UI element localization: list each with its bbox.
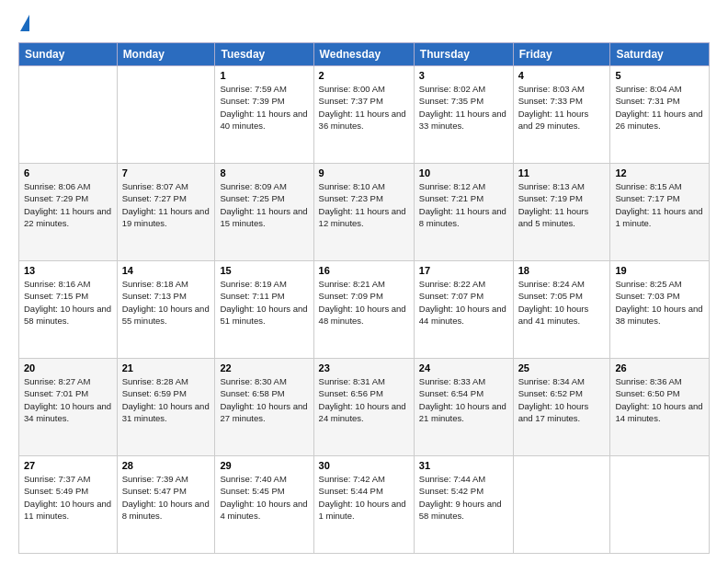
- day-number: 2: [319, 70, 409, 81]
- day-number: 22: [220, 362, 308, 373]
- day-info: Sunrise: 8:07 AM Sunset: 7:27 PM Dayligh…: [122, 180, 210, 229]
- day-number: 24: [419, 362, 508, 373]
- weekday-header-tuesday: Tuesday: [215, 43, 313, 66]
- day-number: 31: [419, 460, 508, 471]
- calendar-cell: 25Sunrise: 8:34 AM Sunset: 6:52 PM Dayli…: [513, 359, 610, 456]
- day-info: Sunrise: 8:03 AM Sunset: 7:33 PM Dayligh…: [518, 83, 606, 132]
- day-number: 21: [122, 362, 210, 373]
- day-info: Sunrise: 8:09 AM Sunset: 7:25 PM Dayligh…: [220, 180, 308, 229]
- day-info: Sunrise: 8:27 AM Sunset: 7:01 PM Dayligh…: [24, 375, 112, 424]
- calendar-cell: 9Sunrise: 8:10 AM Sunset: 7:23 PM Daylig…: [313, 164, 414, 261]
- calendar-cell: 12Sunrise: 8:15 AM Sunset: 7:17 PM Dayli…: [610, 164, 710, 261]
- calendar-cell: 23Sunrise: 8:31 AM Sunset: 6:56 PM Dayli…: [313, 359, 414, 456]
- day-number: 19: [615, 265, 704, 276]
- calendar-cell: 31Sunrise: 7:44 AM Sunset: 5:42 PM Dayli…: [414, 456, 513, 554]
- calendar-cell: 5Sunrise: 8:04 AM Sunset: 7:31 PM Daylig…: [610, 66, 710, 164]
- calendar-cell: 2Sunrise: 8:00 AM Sunset: 7:37 PM Daylig…: [313, 66, 414, 164]
- day-info: Sunrise: 7:44 AM Sunset: 5:42 PM Dayligh…: [419, 473, 508, 522]
- calendar-week-row: 20Sunrise: 8:27 AM Sunset: 7:01 PM Dayli…: [19, 359, 710, 456]
- calendar-cell: 8Sunrise: 8:09 AM Sunset: 7:25 PM Daylig…: [215, 164, 313, 261]
- calendar-cell: 21Sunrise: 8:28 AM Sunset: 6:59 PM Dayli…: [117, 359, 215, 456]
- calendar-cell: 11Sunrise: 8:13 AM Sunset: 7:19 PM Dayli…: [513, 164, 610, 261]
- calendar-cell: 19Sunrise: 8:25 AM Sunset: 7:03 PM Dayli…: [610, 261, 710, 359]
- day-info: Sunrise: 8:18 AM Sunset: 7:13 PM Dayligh…: [122, 278, 210, 327]
- day-info: Sunrise: 8:06 AM Sunset: 7:29 PM Dayligh…: [24, 180, 112, 229]
- day-info: Sunrise: 8:02 AM Sunset: 7:35 PM Dayligh…: [419, 83, 508, 132]
- day-number: 6: [24, 167, 112, 178]
- day-number: 8: [220, 167, 308, 178]
- day-number: 17: [419, 265, 508, 276]
- calendar-cell: 7Sunrise: 8:07 AM Sunset: 7:27 PM Daylig…: [117, 164, 215, 261]
- calendar-cell: 22Sunrise: 8:30 AM Sunset: 6:58 PM Dayli…: [215, 359, 313, 456]
- day-number: 30: [319, 460, 409, 471]
- day-number: 18: [518, 265, 606, 276]
- weekday-header-saturday: Saturday: [610, 43, 710, 66]
- day-info: Sunrise: 7:37 AM Sunset: 5:49 PM Dayligh…: [24, 473, 112, 522]
- calendar-table: SundayMondayTuesdayWednesdayThursdayFrid…: [18, 42, 710, 554]
- day-info: Sunrise: 7:39 AM Sunset: 5:47 PM Dayligh…: [122, 473, 210, 522]
- day-info: Sunrise: 8:19 AM Sunset: 7:11 PM Dayligh…: [220, 278, 308, 327]
- calendar-cell: 16Sunrise: 8:21 AM Sunset: 7:09 PM Dayli…: [313, 261, 414, 359]
- calendar-week-row: 13Sunrise: 8:16 AM Sunset: 7:15 PM Dayli…: [19, 261, 710, 359]
- day-number: 12: [615, 167, 704, 178]
- calendar-cell: 3Sunrise: 8:02 AM Sunset: 7:35 PM Daylig…: [414, 66, 513, 164]
- day-number: 1: [220, 70, 308, 81]
- logo: [18, 15, 29, 33]
- calendar-cell: 1Sunrise: 7:59 AM Sunset: 7:39 PM Daylig…: [215, 66, 313, 164]
- day-info: Sunrise: 8:24 AM Sunset: 7:05 PM Dayligh…: [518, 278, 606, 327]
- weekday-header-thursday: Thursday: [414, 43, 513, 66]
- calendar-cell: [117, 66, 215, 164]
- calendar-week-row: 27Sunrise: 7:37 AM Sunset: 5:49 PM Dayli…: [19, 456, 710, 554]
- calendar-cell: 13Sunrise: 8:16 AM Sunset: 7:15 PM Dayli…: [19, 261, 118, 359]
- day-info: Sunrise: 8:25 AM Sunset: 7:03 PM Dayligh…: [615, 278, 704, 327]
- calendar-cell: 4Sunrise: 8:03 AM Sunset: 7:33 PM Daylig…: [513, 66, 610, 164]
- calendar-cell: 20Sunrise: 8:27 AM Sunset: 7:01 PM Dayli…: [19, 359, 118, 456]
- day-number: 28: [122, 460, 210, 471]
- day-info: Sunrise: 7:59 AM Sunset: 7:39 PM Dayligh…: [220, 83, 308, 132]
- day-info: Sunrise: 8:31 AM Sunset: 6:56 PM Dayligh…: [319, 375, 409, 424]
- day-number: 16: [319, 265, 409, 276]
- day-number: 4: [518, 70, 606, 81]
- day-info: Sunrise: 8:36 AM Sunset: 6:50 PM Dayligh…: [615, 375, 704, 424]
- day-number: 26: [615, 362, 704, 373]
- weekday-header-friday: Friday: [513, 43, 610, 66]
- header: [18, 15, 710, 33]
- calendar-cell: 26Sunrise: 8:36 AM Sunset: 6:50 PM Dayli…: [610, 359, 710, 456]
- day-number: 23: [319, 362, 409, 373]
- calendar-cell: 10Sunrise: 8:12 AM Sunset: 7:21 PM Dayli…: [414, 164, 513, 261]
- day-number: 13: [24, 265, 112, 276]
- calendar-cell: 24Sunrise: 8:33 AM Sunset: 6:54 PM Dayli…: [414, 359, 513, 456]
- day-number: 29: [220, 460, 308, 471]
- calendar-cell: 27Sunrise: 7:37 AM Sunset: 5:49 PM Dayli…: [19, 456, 118, 554]
- day-info: Sunrise: 8:12 AM Sunset: 7:21 PM Dayligh…: [419, 180, 508, 229]
- calendar-cell: [610, 456, 710, 554]
- logo-triangle-icon: [20, 15, 29, 31]
- calendar-cell: 17Sunrise: 8:22 AM Sunset: 7:07 PM Dayli…: [414, 261, 513, 359]
- day-info: Sunrise: 8:34 AM Sunset: 6:52 PM Dayligh…: [518, 375, 606, 424]
- weekday-header-sunday: Sunday: [19, 43, 118, 66]
- day-info: Sunrise: 8:33 AM Sunset: 6:54 PM Dayligh…: [419, 375, 508, 424]
- day-info: Sunrise: 8:13 AM Sunset: 7:19 PM Dayligh…: [518, 180, 606, 229]
- calendar-cell: 29Sunrise: 7:40 AM Sunset: 5:45 PM Dayli…: [215, 456, 313, 554]
- weekday-header-wednesday: Wednesday: [313, 43, 414, 66]
- day-number: 9: [319, 167, 409, 178]
- day-info: Sunrise: 8:21 AM Sunset: 7:09 PM Dayligh…: [319, 278, 409, 327]
- weekday-header-monday: Monday: [117, 43, 215, 66]
- day-number: 20: [24, 362, 112, 373]
- day-info: Sunrise: 8:30 AM Sunset: 6:58 PM Dayligh…: [220, 375, 308, 424]
- day-info: Sunrise: 8:10 AM Sunset: 7:23 PM Dayligh…: [319, 180, 409, 229]
- day-number: 14: [122, 265, 210, 276]
- day-number: 27: [24, 460, 112, 471]
- calendar-header-row: SundayMondayTuesdayWednesdayThursdayFrid…: [19, 43, 710, 66]
- day-number: 3: [419, 70, 508, 81]
- calendar-cell: 6Sunrise: 8:06 AM Sunset: 7:29 PM Daylig…: [19, 164, 118, 261]
- day-number: 11: [518, 167, 606, 178]
- day-info: Sunrise: 7:40 AM Sunset: 5:45 PM Dayligh…: [220, 473, 308, 522]
- day-info: Sunrise: 8:15 AM Sunset: 7:17 PM Dayligh…: [615, 180, 704, 229]
- day-info: Sunrise: 8:22 AM Sunset: 7:07 PM Dayligh…: [419, 278, 508, 327]
- calendar-week-row: 1Sunrise: 7:59 AM Sunset: 7:39 PM Daylig…: [19, 66, 710, 164]
- calendar-cell: 14Sunrise: 8:18 AM Sunset: 7:13 PM Dayli…: [117, 261, 215, 359]
- day-number: 10: [419, 167, 508, 178]
- day-info: Sunrise: 8:00 AM Sunset: 7:37 PM Dayligh…: [319, 83, 409, 132]
- calendar-cell: [19, 66, 118, 164]
